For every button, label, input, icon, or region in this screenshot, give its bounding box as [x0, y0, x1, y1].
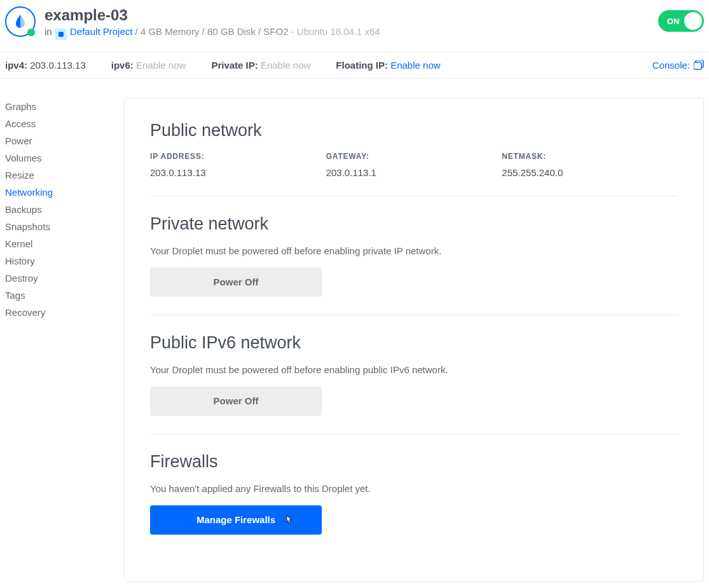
- private-network-desc: Your Droplet must be powered off before …: [150, 245, 678, 256]
- private-ip-enable-link[interactable]: Enable now: [261, 60, 310, 71]
- console-icon: [694, 60, 704, 70]
- power-off-ipv6-button[interactable]: Power Off: [150, 386, 322, 416]
- netmask-col: NETMASK: 255.255.240.0: [502, 152, 678, 178]
- firewalls-section: Firewalls You haven't applied any Firewa…: [150, 452, 678, 552]
- toggle-label: ON: [667, 17, 680, 26]
- svg-rect-1: [694, 62, 701, 69]
- private-ip-item: Private IP: Enable now: [211, 60, 310, 71]
- page-header: example-03 in Default Project / 4 GB Mem…: [0, 0, 709, 51]
- header-subtitle: in Default Project / 4 GB Memory / 80 GB…: [45, 26, 380, 40]
- ip-address-col: IP ADDRESS: 203.0.113.13: [150, 152, 326, 178]
- sidebar-item-graphs[interactable]: Graphs: [5, 98, 124, 115]
- ipv6-item: ipv6: Enable now: [111, 60, 186, 71]
- os-sep: -: [289, 26, 297, 37]
- project-link[interactable]: Default Project: [70, 26, 132, 37]
- sidebar-item-kernel[interactable]: Kernel: [5, 235, 124, 252]
- project-icon: [55, 29, 67, 40]
- ipv4-item: ipv4: 203.0.113.13: [5, 60, 86, 71]
- floating-ip-item: Floating IP: Enable now: [336, 60, 440, 71]
- ip-address-value: 203.0.113.13: [150, 167, 326, 178]
- sidebar: GraphsAccessPowerVolumesResizeNetworking…: [0, 98, 124, 582]
- private-network-section: Private network Your Droplet must be pow…: [150, 214, 678, 315]
- private-ip-label: Private IP:: [211, 60, 258, 71]
- section-heading-public: Public network: [150, 121, 678, 140]
- header-left: example-03 in Default Project / 4 GB Mem…: [5, 6, 380, 40]
- netmask-value: 255.255.240.0: [502, 167, 678, 178]
- sidebar-item-resize[interactable]: Resize: [5, 167, 124, 184]
- info-bar: ipv4: 203.0.113.13 ipv6: Enable now Priv…: [0, 51, 709, 79]
- info-bar-left: ipv4: 203.0.113.13 ipv6: Enable now Priv…: [5, 60, 441, 71]
- sidebar-item-recovery[interactable]: Recovery: [5, 304, 124, 321]
- gateway-col: GATEWAY: 203.0.113.1: [326, 152, 502, 178]
- sidebar-item-destroy[interactable]: Destroy: [5, 270, 124, 287]
- gateway-label: GATEWAY:: [326, 152, 502, 161]
- sidebar-item-access[interactable]: Access: [5, 115, 124, 132]
- console-label: Console:: [652, 60, 690, 71]
- public-network-section: Public network IP ADDRESS: 203.0.113.13 …: [150, 121, 678, 196]
- sidebar-item-networking[interactable]: Networking: [5, 184, 124, 201]
- sidebar-item-history[interactable]: History: [5, 252, 124, 270]
- section-heading-ipv6: Public IPv6 network: [150, 333, 678, 353]
- water-drop-icon: [15, 15, 26, 29]
- content-panel: Public network IP ADDRESS: 203.0.113.13 …: [124, 98, 704, 582]
- sidebar-item-backups[interactable]: Backups: [5, 201, 124, 218]
- ipv6-network-desc: Your Droplet must be powered off before …: [150, 364, 678, 375]
- ipv4-value: 203.0.113.13: [30, 60, 86, 71]
- console-link[interactable]: Console:: [652, 60, 704, 71]
- ipv6-label: ipv6:: [111, 60, 134, 71]
- manage-firewalls-button[interactable]: Manage Firewalls: [150, 505, 322, 535]
- floating-ip-enable-link[interactable]: Enable now: [390, 60, 440, 71]
- header-info: example-03 in Default Project / 4 GB Mem…: [45, 6, 380, 40]
- ipv6-network-section: Public IPv6 network Your Droplet must be…: [150, 333, 678, 434]
- public-network-columns: IP ADDRESS: 203.0.113.13 GATEWAY: 203.0.…: [150, 152, 678, 178]
- sidebar-item-snapshots[interactable]: Snapshots: [5, 218, 124, 235]
- spec-sep: /: [132, 26, 141, 37]
- droplet-specs: 4 GB Memory / 80 GB Disk / SFO2: [141, 26, 289, 37]
- main-layout: GraphsAccessPowerVolumesResizeNetworking…: [0, 79, 709, 582]
- in-label: in: [45, 26, 52, 37]
- ipv4-label: ipv4:: [5, 60, 27, 71]
- sidebar-item-power[interactable]: Power: [5, 132, 124, 149]
- ipv6-enable-link[interactable]: Enable now: [136, 60, 186, 71]
- gateway-value: 203.0.113.1: [326, 167, 502, 178]
- status-dot-icon: [27, 29, 35, 36]
- firewalls-desc: You haven't applied any Firewalls to thi…: [150, 483, 678, 494]
- netmask-label: NETMASK:: [502, 152, 678, 161]
- power-toggle[interactable]: ON: [658, 10, 704, 32]
- toggle-knob-icon: [684, 12, 702, 30]
- floating-ip-label: Floating IP:: [336, 60, 388, 71]
- droplet-os: Ubuntu 18.04.1 x64: [297, 26, 380, 37]
- manage-firewalls-label: Manage Firewalls: [196, 514, 275, 525]
- section-heading-private: Private network: [150, 214, 678, 234]
- section-heading-firewalls: Firewalls: [150, 452, 678, 472]
- sidebar-item-tags[interactable]: Tags: [5, 287, 124, 304]
- ip-address-label: IP ADDRESS:: [150, 152, 326, 161]
- power-off-private-button[interactable]: Power Off: [150, 268, 322, 297]
- droplet-icon-wrap: [5, 6, 36, 37]
- droplet-title: example-03: [45, 6, 380, 25]
- sidebar-item-volumes[interactable]: Volumes: [5, 149, 124, 167]
- cursor-pointer-icon: [285, 514, 295, 529]
